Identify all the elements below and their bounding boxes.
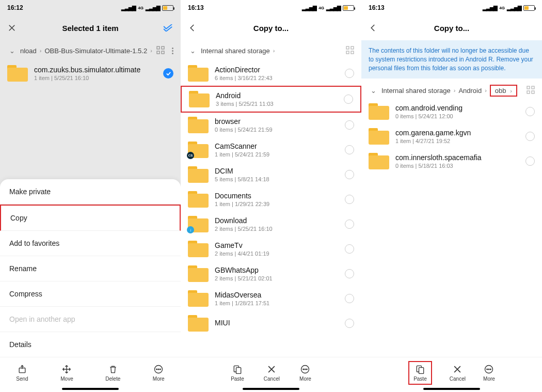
paste-button[interactable]: Paste bbox=[408, 361, 432, 385]
cancel-button[interactable]: Cancel bbox=[450, 364, 466, 382]
item-meta: 1 item | 1/29/21 22:39 bbox=[215, 201, 339, 207]
svg-rect-1 bbox=[162, 46, 164, 49]
breadcrumb-obb[interactable]: obb › bbox=[490, 85, 517, 97]
folder-icon bbox=[188, 265, 209, 282]
radio-unselected[interactable] bbox=[345, 319, 354, 328]
item-meta: 2 items | 5/25/21 16:10 bbox=[215, 226, 339, 232]
chevron-down-icon[interactable]: ⌄ bbox=[371, 87, 376, 95]
paste-button[interactable]: Paste bbox=[231, 364, 244, 382]
back-icon[interactable] bbox=[188, 23, 197, 33]
list-item[interactable]: com.android.vending 0 items | 5/24/21 12… bbox=[361, 99, 542, 124]
network-4g-label: 4G bbox=[138, 6, 144, 10]
breadcrumb-android[interactable]: Android bbox=[458, 87, 482, 95]
chevron-right-icon: › bbox=[485, 87, 487, 93]
breadcrumb-segment[interactable]: OBB-Bus-Simulator-Ultimate-1.5.2 bbox=[44, 47, 147, 55]
radio-unselected[interactable] bbox=[345, 244, 354, 254]
breadcrumb[interactable]: ⌄ nload › OBB-Bus-Simulator-Ultimate-1.5… bbox=[0, 40, 181, 61]
radio-unselected[interactable] bbox=[525, 132, 535, 141]
sheet-copy[interactable]: Copy bbox=[0, 205, 181, 231]
list-item[interactable]: com.garena.game.kgvn 1 item | 4/27/21 19… bbox=[361, 124, 542, 149]
list-item[interactable]: MIUI bbox=[181, 311, 361, 336]
list-item[interactable]: ↓ Download 2 items | 5/25/21 16:10 bbox=[181, 212, 361, 237]
list-item[interactable]: Android 3 items | 5/25/21 11:03 bbox=[181, 86, 361, 113]
breadcrumb-root[interactable]: Internal shared storage bbox=[201, 47, 270, 55]
svg-rect-11 bbox=[346, 51, 349, 54]
cancel-button[interactable]: Cancel bbox=[264, 364, 280, 382]
view-grid-icon[interactable] bbox=[527, 86, 535, 96]
svg-point-18 bbox=[307, 369, 308, 370]
folder-list[interactable]: com.android.vending 0 items | 5/24/21 12… bbox=[361, 99, 542, 392]
radio-unselected[interactable] bbox=[345, 269, 354, 278]
list-item[interactable]: com.innersloth.spacemafia 0 items | 5/18… bbox=[361, 149, 542, 174]
radio-unselected[interactable] bbox=[345, 195, 354, 204]
info-banner: The contents of this folder will no long… bbox=[361, 40, 542, 79]
more-icon[interactable] bbox=[168, 48, 173, 54]
chevron-down-icon[interactable]: ⌄ bbox=[9, 47, 15, 55]
radio-unselected[interactable] bbox=[525, 156, 535, 166]
sheet-compress[interactable]: Compress bbox=[0, 281, 181, 307]
list-item[interactable]: GBWhatsApp 2 items | 5/21/21 02:01 bbox=[181, 261, 361, 286]
breadcrumb[interactable]: ⌄ Internal shared storage › bbox=[181, 40, 361, 61]
list-item[interactable]: DCIM 5 items | 5/8/21 14:18 bbox=[181, 162, 361, 187]
more-button[interactable]: More bbox=[299, 364, 311, 382]
more-button[interactable]: More bbox=[153, 364, 165, 382]
list-item[interactable]: CS CamScanner 1 item | 5/24/21 21:59 bbox=[181, 137, 361, 162]
list-item[interactable]: GameTv 2 items | 4/4/21 01:19 bbox=[181, 237, 361, 261]
item-meta: 5 items | 5/8/21 14:18 bbox=[215, 176, 339, 182]
svg-rect-2 bbox=[157, 51, 160, 54]
chevron-down-icon[interactable]: ⌄ bbox=[190, 47, 196, 55]
radio-unselected[interactable] bbox=[345, 145, 354, 154]
folder-icon bbox=[188, 166, 209, 183]
folder-list[interactable]: ActionDirector 6 items | 3/16/21 22:43 A… bbox=[181, 61, 361, 392]
sheet-details[interactable]: Details bbox=[0, 332, 181, 357]
breadcrumb-root[interactable]: Internal shared storage bbox=[381, 87, 451, 95]
sheet-add-favorites[interactable]: Add to favorites bbox=[0, 231, 181, 256]
back-icon[interactable] bbox=[369, 23, 378, 33]
item-meta: 1 item | 1/28/21 17:51 bbox=[215, 300, 339, 306]
camscanner-badge-icon: CS bbox=[187, 152, 194, 159]
radio-unselected[interactable] bbox=[345, 69, 354, 78]
download-badge-icon: ↓ bbox=[187, 226, 194, 233]
breadcrumb-segment[interactable]: nload bbox=[20, 47, 37, 55]
list-item[interactable]: Documents 1 item | 1/29/21 22:39 bbox=[181, 187, 361, 212]
svg-point-27 bbox=[489, 369, 490, 370]
item-name: Android bbox=[216, 91, 338, 100]
list-item[interactable]: ActionDirector 6 items | 3/16/21 22:43 bbox=[181, 61, 361, 86]
svg-rect-14 bbox=[236, 367, 241, 373]
item-name: browser bbox=[215, 117, 339, 126]
signal-icon-2: ▂▃▅▇ bbox=[326, 5, 341, 11]
list-item[interactable]: browser 0 items | 5/24/21 21:59 bbox=[181, 113, 361, 137]
item-name: MIUI bbox=[215, 319, 339, 327]
radio-unselected[interactable] bbox=[525, 107, 535, 116]
header-title: Copy to... bbox=[361, 24, 542, 33]
radio-unselected[interactable] bbox=[345, 294, 354, 303]
list-item[interactable]: com.zuuks.bus.simulator.ultimate 1 item … bbox=[0, 61, 181, 86]
view-grid-icon[interactable] bbox=[156, 46, 165, 56]
more-button[interactable]: More bbox=[483, 364, 495, 382]
item-meta: 0 items | 5/24/21 21:59 bbox=[215, 127, 339, 133]
signal-icon: ▂▃▅▇ bbox=[121, 5, 136, 11]
select-all-icon[interactable] bbox=[163, 24, 173, 32]
sheet-make-private[interactable]: Make private bbox=[0, 179, 181, 205]
radio-unselected[interactable] bbox=[345, 170, 354, 179]
status-bar: 16:12 ▂▃▅▇ 4G ▂▃▅▇ bbox=[0, 0, 181, 15]
move-button[interactable]: Move bbox=[60, 364, 73, 382]
folder-icon: CS bbox=[188, 142, 209, 158]
signal-icon: ▂▃▅▇ bbox=[483, 5, 497, 11]
status-indicators: ▂▃▅▇ 4G ▂▃▅▇ bbox=[302, 5, 354, 11]
sheet-open-other: Open in another app bbox=[0, 307, 181, 332]
breadcrumb[interactable]: ⌄ Internal shared storage › Android › ob… bbox=[361, 79, 542, 99]
radio-unselected[interactable] bbox=[345, 120, 354, 130]
phone-panel-1: 16:12 ▂▃▅▇ 4G ▂▃▅▇ Selected 1 item ⌄ nlo… bbox=[0, 0, 181, 392]
sheet-rename[interactable]: Rename bbox=[0, 256, 181, 281]
checked-icon[interactable] bbox=[163, 68, 173, 79]
close-icon[interactable] bbox=[7, 23, 17, 33]
radio-unselected[interactable] bbox=[345, 219, 354, 229]
view-grid-icon[interactable] bbox=[346, 46, 354, 56]
delete-button[interactable]: Delete bbox=[105, 364, 120, 382]
send-button[interactable]: Send bbox=[16, 364, 28, 382]
svg-rect-3 bbox=[162, 51, 164, 54]
radio-unselected[interactable] bbox=[344, 95, 353, 104]
svg-rect-9 bbox=[346, 46, 349, 49]
list-item[interactable]: MidasOversea 1 item | 1/28/21 17:51 bbox=[181, 286, 361, 311]
